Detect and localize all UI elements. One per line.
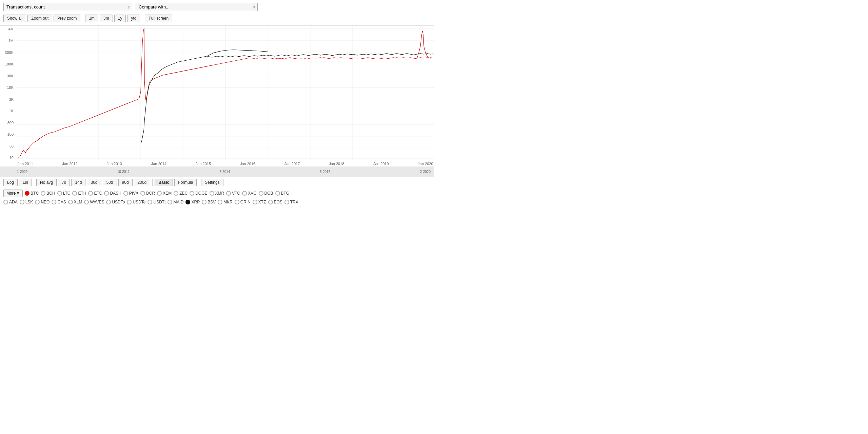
coin-usdtt[interactable]: USDTt (147, 200, 165, 204)
grin-label: GRIN (240, 200, 251, 204)
dcr-label: DCR (146, 191, 155, 196)
x-label-2016: Jan 2016 (239, 162, 256, 166)
vtc-label: VTC (232, 191, 240, 196)
xlm-circle-icon (68, 200, 73, 204)
coin-etc[interactable]: ETC (88, 191, 102, 196)
btg-label: BTG (281, 191, 290, 196)
show-all-button[interactable]: Show all (3, 15, 26, 22)
xrp-high (207, 50, 268, 56)
coin-ada[interactable]: ADA (3, 200, 18, 204)
coin-xrp[interactable]: XRP (185, 200, 200, 204)
trx-circle-icon (284, 200, 289, 204)
doge-label: DOGE (195, 191, 207, 196)
metric-selector[interactable]: Transactions, count (3, 3, 132, 11)
y-label-10: 10 (0, 156, 16, 160)
basic-button[interactable]: Basic (155, 179, 173, 186)
coin-usdto[interactable]: USDTo (106, 200, 125, 204)
x-label-2015: Jan 2015 (195, 162, 212, 166)
formula-button[interactable]: Formula (174, 179, 197, 186)
coin-usdte[interactable]: USDTe (127, 200, 145, 204)
x-label-2020: Jan 2020 (417, 162, 434, 166)
coin-maid[interactable]: MAID (167, 200, 183, 204)
coin-waves[interactable]: WAVES (84, 200, 104, 204)
compare-selector-wrapper: Compare with... (136, 3, 258, 11)
30d-button[interactable]: 30d (87, 179, 101, 186)
top-controls: Transactions, count Compare with... (0, 0, 434, 13)
grin-circle-icon (235, 200, 239, 204)
zoom-out-button[interactable]: Zoom out (27, 15, 52, 22)
xrp-label: XRP (191, 200, 200, 204)
coin-lsk[interactable]: LSK (20, 200, 33, 204)
log-button[interactable]: Log (3, 179, 18, 186)
coin-btg[interactable]: BTG (275, 191, 290, 196)
y-label-1k: 1K (0, 109, 16, 113)
x-label-2012: Jan 2012 (61, 162, 78, 166)
vtc-circle-icon (226, 191, 231, 196)
gas-label: GAS (57, 200, 66, 204)
1m-button[interactable]: 1m (85, 15, 98, 22)
ltc-circle-icon (57, 191, 62, 196)
y-label-300: 300 (0, 121, 16, 125)
coin-btc[interactable]: BTC (25, 191, 39, 196)
coin-vtc[interactable]: VTC (226, 191, 240, 196)
coin-zec[interactable]: ZEC (174, 191, 188, 196)
coin-xlm[interactable]: XLM (68, 200, 82, 204)
coin-eth[interactable]: ETH (72, 191, 86, 196)
settings-button[interactable]: Settings (201, 179, 223, 186)
coin-pivx[interactable]: PIVX (123, 191, 138, 196)
coin-dgb[interactable]: DGB (259, 191, 273, 196)
coin-eos[interactable]: EOS (268, 200, 282, 204)
nav-label-3: 5-2017 (320, 170, 330, 174)
ytd-button[interactable]: ytd (127, 15, 140, 22)
more-button[interactable]: More ⇕ (3, 190, 23, 197)
xvg-label: XVG (248, 191, 256, 196)
coin-doge[interactable]: DOGE (190, 191, 207, 196)
14d-button[interactable]: 14d (71, 179, 85, 186)
200d-button[interactable]: 200d (134, 179, 151, 186)
coins-row-2: ADA LSK NEO GAS XLM WAVES USDTo USDTe US… (0, 198, 434, 206)
coin-xmr[interactable]: XMR (210, 191, 224, 196)
coin-xtz[interactable]: XTZ (253, 200, 266, 204)
coin-gas[interactable]: GAS (52, 200, 66, 204)
7d-button[interactable]: 7d (58, 179, 70, 186)
xtz-label: XTZ (258, 200, 266, 204)
coin-trx[interactable]: TRX (284, 200, 298, 204)
coin-mkr[interactable]: MKR (218, 200, 233, 204)
more-label: More (6, 191, 16, 196)
coin-grin[interactable]: GRIN (235, 200, 251, 204)
coins-row-1: More ⇕ BTC BCH LTC ETH ETC DASH PIVX DCR… (0, 188, 434, 198)
zec-circle-icon (174, 191, 178, 196)
coin-dash[interactable]: DASH (104, 191, 121, 196)
pivx-label: PIVX (129, 191, 138, 196)
usdte-circle-icon (127, 200, 132, 204)
xrp-circle-icon (185, 200, 190, 204)
full-screen-button[interactable]: Full screen (145, 15, 172, 22)
90d-button[interactable]: 90d (118, 179, 133, 186)
neo-label: NEO (41, 200, 50, 204)
usdto-circle-icon (106, 200, 111, 204)
coin-xem[interactable]: XEM (157, 191, 172, 196)
coin-xvg[interactable]: XVG (242, 191, 256, 196)
compare-selector[interactable]: Compare with... (136, 3, 258, 11)
zoom-controls: Show all Zoom out Prev zoom 1m 3m 1y ytd… (0, 13, 434, 24)
dash-circle-icon (104, 191, 109, 196)
nav-label-start: 1-2009 (17, 170, 27, 174)
coin-bsv[interactable]: BSV (202, 200, 216, 204)
prev-zoom-button[interactable]: Prev zoom (54, 15, 80, 22)
eth-label: ETH (78, 191, 86, 196)
coin-neo[interactable]: NEO (35, 200, 50, 204)
lin-button[interactable]: Lin (19, 179, 32, 186)
chart-plot[interactable] (17, 26, 434, 161)
no-avg-button[interactable]: No avg (36, 179, 57, 186)
bch-label: BCH (46, 191, 55, 196)
1y-button[interactable]: 1y (114, 15, 126, 22)
usdtt-label: USDTt (153, 200, 165, 204)
more-arrow-icon: ⇕ (16, 191, 20, 196)
coin-dcr[interactable]: DCR (140, 191, 155, 196)
50d-button[interactable]: 50d (103, 179, 117, 186)
coin-ltc[interactable]: LTC (57, 191, 71, 196)
eos-label: EOS (274, 200, 282, 204)
3m-button[interactable]: 3m (100, 15, 113, 22)
coin-bch[interactable]: BCH (41, 191, 55, 196)
navigator[interactable]: 1-2009 10-2011 7-2014 5-2017 2-2020 (0, 166, 434, 177)
